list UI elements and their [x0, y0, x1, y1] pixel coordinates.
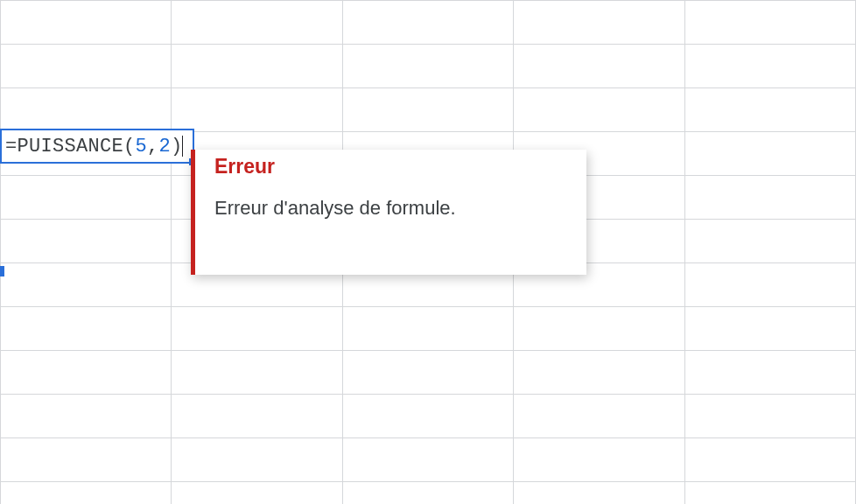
cell[interactable] [172, 482, 342, 505]
error-message: Erreur d'analyse de formule. [214, 196, 567, 221]
cell[interactable] [342, 395, 513, 438]
cell[interactable] [172, 88, 342, 132]
cell[interactable] [514, 45, 684, 88]
cell[interactable] [1, 220, 172, 263]
cell[interactable] [1, 88, 172, 132]
cell[interactable] [684, 1, 855, 45]
selection-handle[interactable] [0, 266, 4, 276]
cell[interactable] [342, 88, 513, 132]
cell[interactable] [1, 482, 172, 505]
cell[interactable] [514, 88, 684, 132]
formula-arg1: 5 [136, 136, 148, 158]
table-row [1, 307, 856, 351]
table-row [1, 45, 856, 88]
cell[interactable] [514, 307, 684, 351]
cell[interactable] [172, 307, 342, 351]
cell[interactable] [342, 307, 513, 351]
cell[interactable] [684, 438, 855, 482]
formula-comma: , [147, 136, 159, 158]
table-row [1, 482, 856, 505]
cell[interactable] [514, 438, 684, 482]
table-row [1, 351, 856, 395]
cell[interactable] [342, 1, 513, 45]
table-row [1, 395, 856, 438]
formula-equals: = [5, 136, 18, 158]
cell[interactable] [1, 45, 172, 88]
error-body: Erreur Erreur d'analyse de formule. [195, 150, 586, 275]
table-row [1, 88, 856, 132]
table-row [1, 1, 856, 45]
text-caret [182, 136, 183, 157]
cell[interactable] [172, 45, 342, 88]
cell[interactable] [1, 1, 172, 45]
cell[interactable] [684, 176, 855, 220]
cell[interactable] [684, 263, 855, 307]
cell[interactable] [514, 395, 684, 438]
cell[interactable] [684, 88, 855, 132]
cell[interactable] [1, 176, 172, 220]
formula-function-name: PUISSANCE [18, 136, 124, 158]
cell[interactable] [684, 351, 855, 395]
cell[interactable] [342, 482, 513, 505]
cell[interactable] [684, 45, 855, 88]
cell[interactable] [342, 351, 513, 395]
formula-close-paren: ) [171, 136, 183, 158]
cell[interactable] [514, 1, 684, 45]
cell[interactable] [1, 395, 172, 438]
formula-arg2: 2 [159, 136, 172, 158]
cell[interactable] [1, 307, 172, 351]
formula-input[interactable]: =PUISSANCE(5, 2) [0, 129, 194, 164]
cell[interactable] [684, 395, 855, 438]
cell[interactable] [172, 1, 342, 45]
error-tooltip: Erreur Erreur d'analyse de formule. [191, 150, 586, 275]
cell[interactable] [1, 438, 172, 482]
cell[interactable] [684, 307, 855, 351]
cell[interactable] [514, 482, 684, 505]
cell[interactable] [172, 395, 342, 438]
cell[interactable] [342, 438, 513, 482]
cell[interactable] [342, 45, 513, 88]
cell[interactable] [172, 351, 342, 395]
cell[interactable] [172, 438, 342, 482]
active-cell[interactable]: =PUISSANCE(5, 2) [0, 129, 194, 164]
cell[interactable] [514, 351, 684, 395]
cell[interactable] [684, 482, 855, 505]
cell[interactable] [684, 132, 855, 176]
cell[interactable] [1, 263, 172, 307]
table-row [1, 438, 856, 482]
formula-open-paren: ( [123, 136, 136, 158]
cell[interactable] [1, 351, 172, 395]
error-title: Erreur [214, 155, 567, 178]
cell[interactable] [684, 220, 855, 263]
